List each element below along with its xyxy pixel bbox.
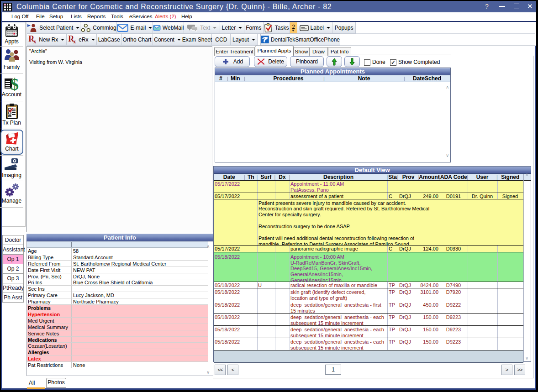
- svg-text:$: $: [11, 76, 19, 91]
